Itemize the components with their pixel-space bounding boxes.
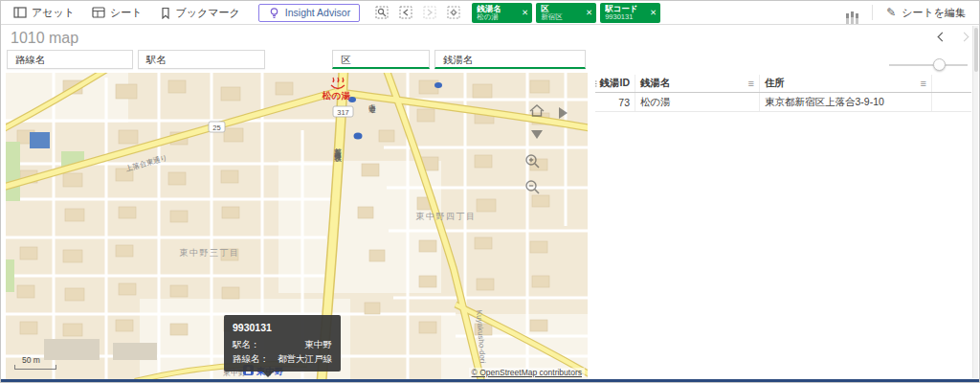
pencil-icon: ✎	[886, 6, 896, 19]
area-label-higashinakano-3: 東中野三丁目	[180, 248, 240, 258]
bookmarks-button[interactable]: ブックマーク	[151, 1, 249, 24]
table-header-row: 銭湯ID 銭湯名 ≡ 住所 ≡	[595, 75, 971, 93]
tooltip-row: 駅名： 東中野	[233, 338, 332, 352]
insight-advisor-button[interactable]: Insight Advisor	[258, 4, 360, 22]
column-label: 銭湯ID	[600, 77, 631, 90]
bookmarks-label: ブックマーク	[176, 6, 240, 20]
selection-history-group	[375, 6, 460, 19]
filter-ward[interactable]: 区	[332, 50, 430, 69]
filter-route-name[interactable]: 路線名	[7, 50, 133, 69]
clear-selections-button[interactable]	[447, 6, 460, 19]
sento-marker-label: 松の湯	[322, 90, 350, 101]
map-pan-right-button[interactable]	[559, 107, 573, 119]
filter-row: 路線名 駅名 区 銭湯名	[7, 48, 973, 73]
map-tooltip: 9930131 駅名： 東中野 路線名： 都営大江戸線	[224, 315, 341, 372]
close-icon[interactable]: ✕	[650, 8, 657, 17]
table-row[interactable]: 73 松の湯 東京都新宿区上落合3-9-10	[595, 93, 971, 112]
selection-chip-ward[interactable]: 区 新宿区 ✕	[536, 3, 596, 23]
insight-advisor-label: Insight Advisor	[285, 7, 350, 18]
selection-chip-sento-name[interactable]: 銭湯名 松の湯 ✕	[472, 3, 532, 23]
vertical-scrollbar[interactable]	[972, 26, 978, 378]
chip-field-label: 駅コード	[605, 5, 647, 14]
sort-ascending-icon	[595, 79, 597, 88]
scale-bar-line	[14, 365, 56, 370]
chip-field-label: 銭湯名	[477, 5, 519, 14]
cell-sento-name[interactable]: 松の湯	[635, 93, 760, 111]
map-scale-bar: 50 m	[14, 355, 56, 370]
chip-field-label: 区	[541, 5, 583, 14]
chip-value-label: 9930131	[605, 13, 647, 21]
close-icon[interactable]: ✕	[522, 8, 528, 17]
bookmark-icon	[160, 7, 171, 19]
cell-sento-id[interactable]: 73	[595, 93, 635, 111]
sheet-title: 1010 map	[11, 29, 969, 48]
map-object: 25 317 首都高速中央環状線 山手通り Kuyakusho-dori 上落合…	[6, 73, 588, 379]
scale-label: 50 m	[22, 355, 56, 365]
chip-value-label: 松の湯	[477, 13, 519, 21]
lightbulb-icon	[268, 7, 280, 19]
top-toolbar: アセット シート ブックマーク Insight Advisor	[1, 1, 979, 25]
close-icon[interactable]: ✕	[586, 8, 592, 17]
table-header-sento-id[interactable]: 銭湯ID	[595, 75, 635, 92]
sento-table: 銭湯ID 銭湯名 ≡ 住所 ≡ 73 松の湯	[595, 75, 971, 112]
next-sheet-icon[interactable]	[960, 33, 969, 42]
assets-button[interactable]: アセット	[5, 1, 83, 24]
map-blue-building	[30, 132, 50, 148]
column-menu-icon[interactable]: ≡	[748, 78, 754, 89]
map-zoom-out-button[interactable]	[524, 179, 541, 199]
sheet-icon	[92, 7, 105, 18]
slider-handle[interactable]	[933, 58, 946, 71]
previous-sheet-icon[interactable]	[938, 33, 947, 42]
route-shield-317: 317	[333, 106, 353, 117]
scrollbar-thumb[interactable]	[974, 28, 978, 72]
tooltip-value: 東中野	[305, 338, 333, 352]
map-home-button[interactable]	[528, 103, 546, 122]
toolbar-right-group: ✎ シートを編集	[833, 1, 979, 24]
table-header-spacer	[932, 75, 971, 92]
selection-chip-station-code[interactable]: 駅コード 9930131 ✕	[600, 3, 660, 23]
sheets-label: シート	[110, 6, 143, 20]
sheet-navigation	[939, 34, 968, 40]
tooltip-caret	[262, 372, 274, 379]
map-pan-down-button[interactable]	[531, 130, 543, 145]
cell-spacer	[932, 93, 971, 111]
step-forward-selection-button[interactable]	[423, 6, 436, 19]
edit-sheet-label: シートを編集	[902, 6, 966, 20]
search-selections-button[interactable]	[375, 6, 389, 19]
assets-panel-icon	[13, 7, 27, 18]
tooltip-title: 9930131	[233, 322, 332, 333]
route-shield-25: 25	[209, 122, 225, 132]
tooltip-label: 路線名：	[233, 352, 269, 367]
filter-station-name[interactable]: 駅名	[138, 50, 265, 69]
area-label-higashinakano-4: 東中野四丁目	[416, 212, 477, 221]
sheets-button[interactable]: シート	[83, 1, 151, 24]
qlik-sense-app-window: アセット シート ブックマーク Insight Advisor	[0, 0, 980, 383]
tooltip-label: 駅名：	[233, 338, 260, 352]
tooltip-value: 都営大江戸線	[278, 352, 332, 367]
step-back-selection-button[interactable]	[399, 6, 412, 19]
svg-text:25: 25	[212, 124, 220, 132]
sento-table-object: 銭湯ID 銭湯名 ≡ 住所 ≡ 73 松の湯	[588, 73, 979, 381]
table-header-sento-name[interactable]: 銭湯名 ≡	[635, 75, 760, 92]
filter-sento-name[interactable]: 銭湯名	[434, 50, 586, 69]
tooltip-row: 路線名： 都営大江戸線	[233, 352, 332, 367]
column-label: 銭湯名	[640, 77, 671, 90]
slider-track[interactable]	[889, 64, 968, 66]
column-label: 住所	[765, 77, 785, 90]
edit-sheet-button[interactable]: ✎ シートを編集	[873, 1, 979, 24]
selections-tool-button[interactable]	[833, 1, 872, 24]
zoom-slider[interactable]	[889, 58, 968, 72]
bottom-edge-strip	[1, 379, 979, 382]
column-menu-icon[interactable]: ≡	[921, 78, 926, 89]
cell-address[interactable]: 東京都新宿区上落合3-9-10	[760, 93, 932, 111]
map-attribution-link[interactable]: © OpenStreetMap contributors	[469, 368, 585, 377]
chip-value-label: 新宿区	[541, 13, 583, 21]
sheet-title-row: 1010 map	[1, 25, 979, 48]
table-header-address[interactable]: 住所 ≡	[760, 75, 932, 92]
map-zoom-in-button[interactable]	[524, 153, 541, 173]
sheet-content: 25 317 首都高速中央環状線 山手通り Kuyakusho-dori 上落合…	[1, 73, 979, 381]
svg-text:317: 317	[337, 108, 349, 117]
assets-label: アセット	[32, 6, 75, 20]
selection-chips: 銭湯名 松の湯 ✕ 区 新宿区 ✕ 駅コード 9930131 ✕	[472, 3, 660, 23]
